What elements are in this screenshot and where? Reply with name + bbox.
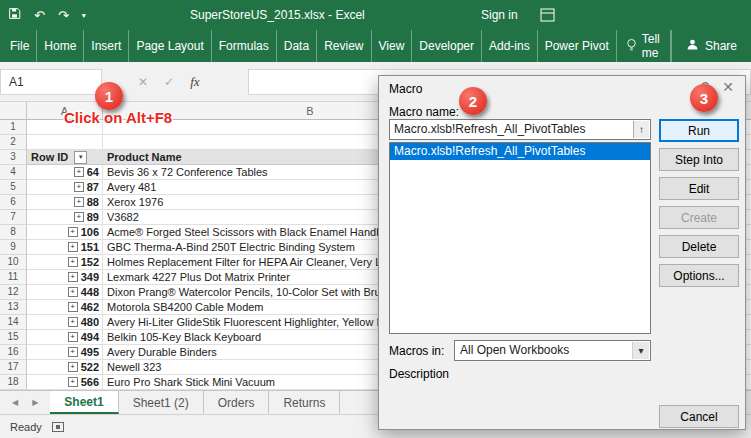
cell-A7[interactable]: +89	[27, 210, 103, 225]
filter-dropdown-icon[interactable]: ▼	[74, 151, 87, 164]
row-header-14[interactable]: 14	[0, 315, 27, 330]
cell-A18[interactable]: +566	[27, 375, 103, 390]
ribbon-display-options-icon[interactable]	[540, 8, 555, 25]
ribbon-tab-home[interactable]: Home	[37, 30, 84, 62]
sheet-tab-returns[interactable]: Returns	[269, 391, 340, 414]
cell-A11[interactable]: +349	[27, 270, 103, 285]
tell-me[interactable]: Tell me	[617, 30, 671, 62]
share-button[interactable]: Share	[671, 30, 751, 62]
expand-icon[interactable]: +	[68, 257, 78, 267]
row-header-5[interactable]: 5	[0, 180, 27, 195]
cell-A10[interactable]: +152	[27, 255, 103, 270]
expand-icon[interactable]: +	[68, 227, 78, 237]
expand-icon[interactable]: +	[68, 347, 78, 357]
cell-A12[interactable]: +448	[27, 285, 103, 300]
cancel-entry-icon[interactable]: ✕	[138, 75, 148, 89]
row-header-4[interactable]: 4	[0, 165, 27, 180]
ribbon-tab-insert[interactable]: Insert	[84, 30, 129, 62]
cell-A3[interactable]: Row ID▼	[27, 150, 103, 165]
row-header-11[interactable]: 11	[0, 270, 27, 285]
expand-icon[interactable]: +	[68, 377, 78, 387]
name-box[interactable]: A1	[0, 69, 102, 95]
row-header-9[interactable]: 9	[0, 240, 27, 255]
cell-A15[interactable]: +494	[27, 330, 103, 345]
row-id-header-label: Row ID	[31, 151, 68, 163]
ribbon-tab-power-pivot[interactable]: Power Pivot	[538, 30, 617, 62]
ribbon-tab-file[interactable]: File	[2, 30, 37, 62]
expand-icon[interactable]: +	[74, 197, 84, 207]
row-header-17[interactable]: 17	[0, 360, 27, 375]
quick-access-toolbar: ↶ ↷ ▾	[8, 0, 86, 30]
ribbon-tab-review[interactable]: Review	[317, 30, 371, 62]
step-into-button[interactable]: Step Into	[659, 148, 739, 171]
row-header-8[interactable]: 8	[0, 225, 27, 240]
row-header-2[interactable]: 2	[0, 135, 27, 150]
cell-A13[interactable]: +462	[27, 300, 103, 315]
expand-icon[interactable]: +	[68, 272, 78, 282]
cell-A9[interactable]: +151	[27, 240, 103, 255]
sheet-tab-sheet1[interactable]: Sheet1	[50, 391, 118, 414]
undo-icon[interactable]: ↶	[34, 9, 45, 22]
sheet-tab-orders[interactable]: Orders	[204, 391, 270, 414]
ribbon-tab-developer[interactable]: Developer	[412, 30, 482, 62]
expand-icon[interactable]: +	[68, 332, 78, 342]
ribbon-tab-data[interactable]: Data	[277, 30, 317, 62]
sign-in[interactable]: Sign in	[481, 0, 518, 30]
delete-button[interactable]: Delete	[659, 235, 739, 258]
ribbon-tab-add-ins[interactable]: Add-ins	[482, 30, 538, 62]
macros-in-dropdown[interactable]: All Open Workbooks ▾	[454, 340, 651, 361]
row-header-13[interactable]: 13	[0, 300, 27, 315]
row-header-7[interactable]: 7	[0, 210, 27, 225]
options-button[interactable]: Options...	[659, 264, 739, 287]
run-button[interactable]: Run	[659, 119, 739, 142]
expand-icon[interactable]: +	[74, 167, 84, 177]
ribbon-tab-view[interactable]: View	[372, 30, 413, 62]
ribbon-tab-formulas[interactable]: Formulas	[212, 30, 277, 62]
cell-A6[interactable]: +88	[27, 195, 103, 210]
create-button[interactable]: Create	[659, 206, 739, 229]
cancel-button[interactable]: Cancel	[659, 405, 739, 428]
close-icon[interactable]: ✕	[722, 79, 734, 95]
expand-icon[interactable]: +	[68, 287, 78, 297]
scroll-sheets-left-icon[interactable]: ◀	[12, 398, 18, 407]
cell-A4[interactable]: +64	[27, 165, 103, 180]
cell-A17[interactable]: +522	[27, 360, 103, 375]
row-id-value: 494	[81, 331, 99, 343]
up-arrow-icon[interactable]: ↑	[633, 121, 649, 138]
expand-icon[interactable]: +	[68, 362, 78, 372]
expand-icon[interactable]: +	[68, 302, 78, 312]
row-header-10[interactable]: 10	[0, 255, 27, 270]
row-header-18[interactable]: 18	[0, 375, 27, 390]
sheet-tab-sheet1-2[interactable]: Sheet1 (2)	[119, 391, 204, 414]
cell-A14[interactable]: +480	[27, 315, 103, 330]
save-icon[interactable]	[8, 7, 21, 23]
window-title: SuperStoreUS_2015.xlsx - Excel	[190, 0, 365, 30]
row-header-3[interactable]: 3	[0, 150, 27, 165]
select-all-corner[interactable]	[0, 102, 27, 119]
macro-list-item[interactable]: Macro.xlsb!Refresh_All_PivotTables	[390, 143, 650, 160]
insert-function-icon[interactable]: fx	[190, 74, 199, 90]
row-id-value: 87	[87, 181, 99, 193]
ribbon-tab-page-layout[interactable]: Page Layout	[129, 30, 211, 62]
expand-icon[interactable]: +	[74, 212, 84, 222]
macro-name-input[interactable]: Macro.xlsb!Refresh_All_PivotTables ↑	[389, 119, 651, 140]
cell-A16[interactable]: +495	[27, 345, 103, 360]
row-header-12[interactable]: 12	[0, 285, 27, 300]
row-header-6[interactable]: 6	[0, 195, 27, 210]
macro-record-icon[interactable]	[52, 422, 64, 432]
edit-button[interactable]: Edit	[659, 177, 739, 200]
row-header-15[interactable]: 15	[0, 330, 27, 345]
qat-customize-icon[interactable]: ▾	[82, 11, 86, 20]
expand-icon[interactable]: +	[68, 317, 78, 327]
row-header-16[interactable]: 16	[0, 345, 27, 360]
scroll-sheets-right-icon[interactable]: ▶	[32, 398, 38, 407]
expand-icon[interactable]: +	[68, 242, 78, 252]
cell-A2[interactable]	[27, 135, 103, 150]
redo-icon[interactable]: ↷	[58, 9, 69, 22]
cell-A5[interactable]: +87	[27, 180, 103, 195]
expand-icon[interactable]: +	[74, 182, 84, 192]
dialog-title: Macro	[389, 82, 422, 96]
enter-entry-icon[interactable]: ✓	[164, 75, 174, 89]
cell-A8[interactable]: +106	[27, 225, 103, 240]
row-header-1[interactable]: 1	[0, 120, 27, 135]
